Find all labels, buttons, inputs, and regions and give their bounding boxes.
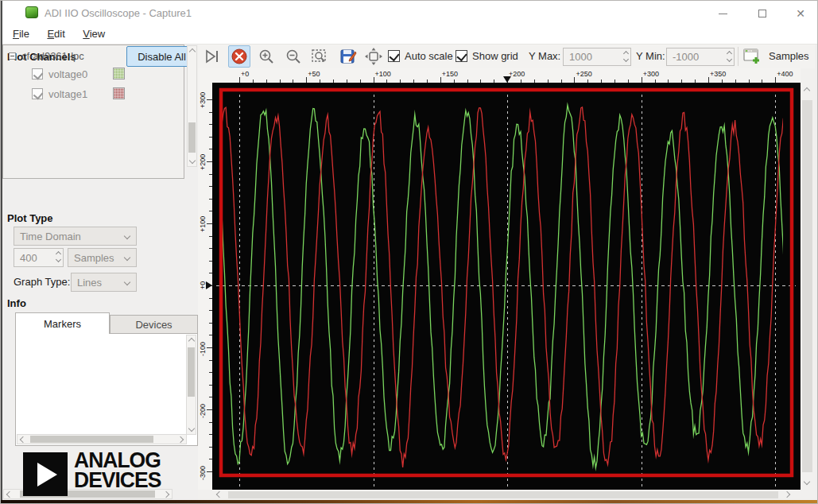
x-ruler-label: +0 [241, 70, 249, 78]
samples-label: Samples [769, 50, 809, 62]
x-ruler-label: +100 [375, 70, 391, 78]
close-button[interactable]: ✕ [789, 7, 812, 20]
capture-play-button[interactable] [202, 45, 224, 68]
spinner-arrows[interactable] [727, 50, 731, 63]
voltage1-checkbox[interactable] [32, 88, 43, 99]
zoom-out-button[interactable] [282, 45, 304, 68]
spin-down-icon[interactable] [56, 257, 61, 262]
scroll-up-icon[interactable] [804, 87, 810, 94]
menu-view[interactable]: View [76, 25, 112, 45]
scrollbar-thumb[interactable] [228, 491, 778, 498]
minimize-button[interactable] [711, 7, 735, 20]
x-ruler-label: +200 [509, 70, 525, 78]
y-ruler-tick [207, 99, 212, 100]
new-plot-button[interactable] [741, 45, 763, 68]
scroll-up-icon[interactable] [189, 48, 196, 55]
capture-stop-button[interactable] [228, 45, 250, 68]
desktop-background-strip [1, 500, 818, 504]
zoom-out-icon [285, 48, 301, 64]
plot-horizontal-scrollbar[interactable] [198, 490, 801, 500]
app-window: ADI IIO Oscilloscope - Capture1 ✕ File E… [0, 0, 818, 504]
graph-type-value: Lines [77, 277, 102, 289]
scrollbar-thumb[interactable] [188, 122, 196, 153]
graph-type-label: Graph Type: [14, 276, 70, 288]
plot-canvas[interactable] [212, 83, 801, 490]
y-max-label: Y Max: [529, 50, 560, 62]
scroll-right-icon[interactable] [177, 436, 184, 443]
plot-vertical-scrollbar[interactable] [801, 83, 815, 490]
tree-row-voltage1[interactable]: voltage1 [2, 85, 87, 103]
chevron-down-icon [124, 233, 130, 239]
save-plot-button[interactable] [337, 45, 359, 68]
auto-scale-checkbox[interactable] [388, 50, 400, 62]
info-horizontal-scrollbar[interactable] [17, 434, 187, 444]
menu-edit[interactable]: Edit [40, 25, 72, 45]
plot-type-dropdown[interactable]: Time Domain [14, 227, 137, 246]
info-vertical-scrollbar[interactable] [186, 335, 196, 435]
analog-devices-wordmark: ANALOG DEVICES [74, 451, 161, 490]
chevron-down-icon [124, 279, 130, 285]
voltage1-color-swatch[interactable] [113, 87, 125, 99]
tab-markers[interactable]: Markers [15, 312, 110, 334]
scrollbar-corner [801, 490, 815, 500]
y-min-spinner[interactable]: -1000 [666, 48, 735, 66]
pan-fit-button[interactable] [362, 45, 385, 68]
voltage1-label: voltage1 [48, 88, 87, 100]
voltage0-label: voltage0 [48, 68, 87, 80]
toolbar-separator [738, 47, 739, 66]
graph-type-dropdown[interactable]: Lines [71, 273, 137, 292]
tree-vertical-scrollbar[interactable] [187, 45, 197, 167]
y-ruler-label: +200 [199, 154, 207, 170]
y-ruler-label: +300 [199, 92, 207, 108]
oscilloscope-plot: +0+50+100+150+200+250+300+350+400 +300+2… [198, 68, 815, 500]
play-icon [204, 49, 222, 64]
menu-file[interactable]: File [6, 25, 37, 45]
tree-row-device[interactable]: cf-ad9361-lpc [2, 47, 84, 64]
scrollbar-thumb[interactable] [188, 347, 195, 397]
scroll-left-icon[interactable] [216, 491, 223, 498]
plot-type-heading: Plot Type [7, 212, 53, 224]
x-ruler-tick [374, 77, 374, 83]
x-ruler-marker[interactable] [503, 76, 511, 83]
tree-row-voltage0[interactable]: voltage0 [2, 65, 87, 83]
device-name: cf-ad9361-lpc [21, 50, 84, 62]
scroll-right-icon[interactable] [163, 491, 169, 498]
maximize-button[interactable] [750, 7, 774, 20]
voltage0-checkbox[interactable] [32, 68, 43, 79]
y-max-value: 1000 [569, 51, 592, 63]
spin-down-icon[interactable] [623, 56, 629, 62]
y-ruler-tick [207, 471, 212, 472]
collapse-icon[interactable] [9, 52, 16, 60]
zoom-in-icon [258, 48, 274, 64]
scroll-down-icon[interactable] [189, 157, 196, 164]
sample-unit-dropdown[interactable]: Samples [68, 248, 137, 267]
scroll-left-icon[interactable] [6, 491, 13, 498]
x-ruler-tick [708, 77, 709, 83]
scroll-up-icon[interactable] [188, 338, 195, 344]
scroll-down-icon[interactable] [804, 479, 810, 485]
zoom-in-button[interactable] [255, 45, 277, 68]
app-icon [25, 6, 38, 18]
window-title: ADI IIO Oscilloscope - Capture1 [45, 7, 192, 19]
spinner-arrows[interactable] [624, 50, 628, 63]
y-ruler-marker[interactable] [206, 281, 212, 289]
y-ruler-tick [207, 223, 212, 224]
scroll-down-icon[interactable] [188, 425, 195, 432]
y-axis-ruler: +300+200+100+0-100-200-300 [198, 83, 212, 490]
voltage0-color-swatch[interactable] [113, 68, 125, 79]
scroll-right-icon[interactable] [784, 491, 790, 498]
scrollbar-thumb[interactable] [30, 436, 153, 443]
sample-count-spinner[interactable]: 400 [14, 248, 64, 267]
scrollbar-thumb[interactable] [802, 100, 812, 472]
show-grid-checkbox[interactable] [456, 50, 467, 62]
save-icon [339, 48, 357, 65]
spinner-arrows[interactable] [56, 250, 60, 263]
scroll-left-icon[interactable] [20, 436, 26, 443]
tab-devices[interactable]: Devices [110, 315, 198, 334]
spin-down-icon[interactable] [727, 56, 732, 62]
y-ruler-label: -300 [199, 466, 207, 480]
y-ruler-label: -100 [199, 342, 207, 356]
y-max-spinner[interactable]: 1000 [563, 48, 631, 66]
titlebar: ADI IIO Oscilloscope - Capture1 ✕ [1, 1, 818, 25]
zoom-fit-button[interactable] [308, 45, 331, 68]
